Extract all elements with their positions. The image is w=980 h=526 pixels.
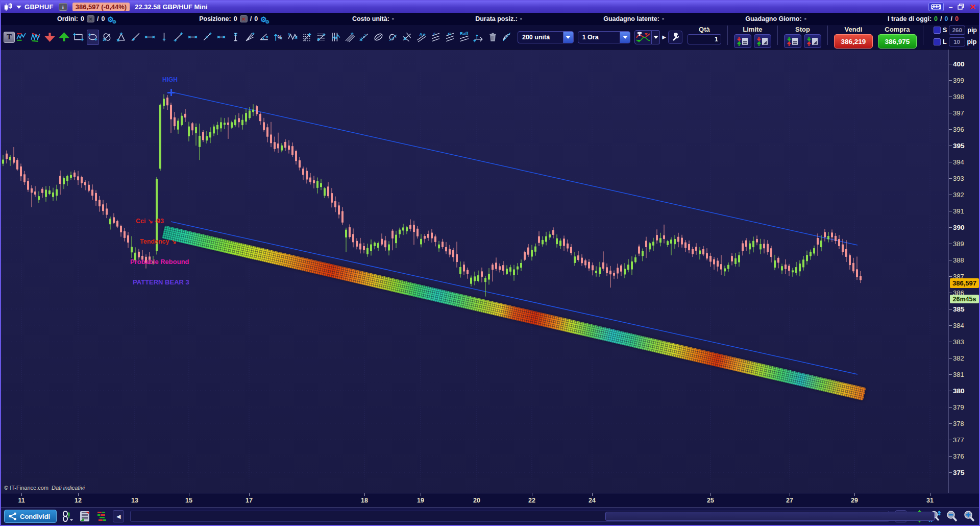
candlestick-plot[interactable] [1, 50, 948, 493]
limit-pip-input[interactable]: 10 [949, 37, 965, 46]
instrument-dropdown-icon[interactable] [16, 6, 21, 9]
price-axis-label: 400 [953, 60, 965, 68]
stop-buy-order-button[interactable] [804, 34, 821, 48]
angle-icon[interactable]: α [258, 30, 271, 45]
hatch-channel-icon[interactable] [358, 30, 371, 45]
pitchfork-icon[interactable] [344, 30, 356, 45]
indicators-button[interactable] [634, 30, 652, 44]
cancel-orders-icon[interactable]: ✕ [87, 15, 94, 22]
orders-settings-icon[interactable]: ⚙⚙ [107, 16, 118, 23]
date-axis-label: 12 [75, 497, 82, 504]
close-button[interactable]: ✕ [969, 3, 976, 11]
pattern-annotation[interactable]: PATTERN BEAR 3 [133, 278, 189, 286]
stop-pip-input[interactable]: 260 [949, 26, 965, 35]
limit-pip-label: L [943, 38, 947, 45]
instrument-name[interactable]: GBPHUF [24, 3, 54, 11]
copyright-text: © IT-Finance.com [4, 485, 48, 491]
rotated-ellipse-icon[interactable] [373, 30, 385, 45]
zoom-out-icon[interactable] [945, 510, 959, 523]
chart-report-icon[interactable] [78, 510, 91, 523]
limit-buy-order-button[interactable] [754, 34, 771, 48]
limit-pip-checkbox[interactable] [934, 38, 941, 45]
ellipse-icon[interactable] [87, 30, 99, 45]
price-axis-label: 393 [953, 175, 964, 182]
fib-retracement-icon[interactable] [301, 30, 313, 45]
tick-chart-icon[interactable] [95, 510, 109, 523]
segment-icon[interactable] [173, 30, 185, 45]
crossed-ellipse-icon[interactable] [101, 30, 113, 45]
horizontal-ray-icon[interactable] [215, 30, 228, 45]
date-axis-label: 13 [131, 497, 138, 504]
position-settings-icon[interactable]: ⚙⚙ [260, 16, 271, 23]
text-tool[interactable]: T [3, 30, 15, 45]
info-icon[interactable]: i [59, 3, 67, 11]
high-annotation[interactable]: HIGH [162, 76, 178, 83]
zigzag-indicator-icon[interactable]: N [287, 30, 299, 45]
arrow-segment-icon[interactable] [473, 30, 485, 45]
vertical-segment-icon[interactable] [230, 30, 242, 45]
price-axis-label: 381 [953, 371, 964, 378]
trendline-icon[interactable] [130, 30, 142, 45]
cci-annotation[interactable]: Cci ↘ -93 [136, 217, 164, 225]
trades-won: 0 [934, 15, 938, 22]
rebound-annotation[interactable]: Probable Rebound [130, 258, 189, 266]
zigzag-pattern-icon[interactable] [15, 30, 28, 45]
limit-sell-order-button[interactable] [734, 34, 751, 48]
ray-icon[interactable] [201, 30, 213, 45]
position-info-bar: Ordini: 0 ✕ / 0 ⚙⚙ Posizione: 0 ✕ / 0 ⚙⚙… [1, 13, 979, 25]
stop-pip-checkbox[interactable] [934, 27, 941, 34]
share-button[interactable]: Condividi [4, 510, 57, 523]
vertical-line-icon[interactable] [158, 30, 170, 45]
sigma-channel-icon[interactable]: σ [444, 30, 456, 45]
fib-time-zones-icon[interactable] [330, 30, 342, 45]
latent-gain-value: - [662, 15, 664, 22]
restore-button[interactable] [958, 3, 964, 12]
indicators-dropdown-icon[interactable] [652, 30, 660, 44]
fib-expansion-icon[interactable] [315, 30, 328, 45]
horizontal-segment-icon[interactable] [144, 30, 156, 45]
unit-count-select[interactable]: 200 unità [518, 31, 574, 43]
scrollbar-thumb[interactable] [605, 512, 935, 521]
down-arrow-icon[interactable] [44, 30, 56, 45]
price-axis-label: 389 [953, 240, 964, 248]
percent-change-icon[interactable]: % [273, 30, 285, 45]
epsilon-channel-icon[interactable]: ε [430, 30, 442, 45]
price-axis-label: 388 [953, 256, 964, 264]
chart-area[interactable]: 3753763773783793803813823833843853863873… [1, 50, 979, 493]
limit-pip-unit: pip [967, 38, 977, 45]
quantity-input[interactable]: 1 [688, 34, 721, 44]
fan-lines-icon[interactable] [244, 30, 256, 45]
close-position-icon[interactable]: ✕ [240, 15, 248, 22]
latent-gain-label: Guadagno latente: [603, 15, 659, 22]
zoom-in-icon[interactable] [963, 510, 976, 523]
price-axis-label: 392 [953, 191, 964, 199]
price-axis[interactable]: 3753763773783793803813823833843853863873… [949, 50, 979, 493]
spiral-icon[interactable] [387, 30, 399, 45]
cycle-lines-icon[interactable] [401, 30, 413, 45]
timeframe-select[interactable]: 1 Ora [578, 31, 631, 43]
trash-icon[interactable] [487, 30, 499, 45]
link-charts-icon[interactable] [61, 510, 74, 523]
andrews-channel-icon[interactable]: A [415, 30, 428, 45]
buy-button[interactable]: 386,975 [878, 34, 917, 49]
double-anchor-segment-icon[interactable] [187, 30, 199, 45]
date-axis[interactable]: 1112131517181920222425272931 [1, 493, 979, 507]
keyboard-icon[interactable] [928, 3, 944, 11]
svg-text:A: A [420, 32, 423, 37]
rectangle-icon[interactable] [72, 30, 85, 45]
raff-channel-icon[interactable]: Raff [458, 30, 471, 45]
chart-scrollbar[interactable] [130, 511, 889, 522]
date-axis-label: 31 [926, 497, 934, 504]
sell-button[interactable]: 386,219 [834, 34, 873, 49]
tendency-annotation[interactable]: Tendency ↘ [140, 237, 176, 245]
high-point-marker[interactable] [167, 89, 175, 96]
settings-wrench-icon[interactable] [668, 31, 682, 44]
collapse-arrow-icon[interactable]: ▶ [662, 34, 666, 40]
minimize-button[interactable]: – [949, 4, 953, 11]
stop-sell-order-button[interactable] [784, 34, 801, 48]
zigzag-wave-icon[interactable] [30, 30, 42, 45]
scroll-left-button[interactable]: ◀ [113, 510, 124, 522]
up-arrow-icon[interactable] [58, 30, 70, 45]
triangle-icon[interactable] [115, 30, 128, 45]
arc-fan-icon[interactable] [501, 30, 513, 45]
